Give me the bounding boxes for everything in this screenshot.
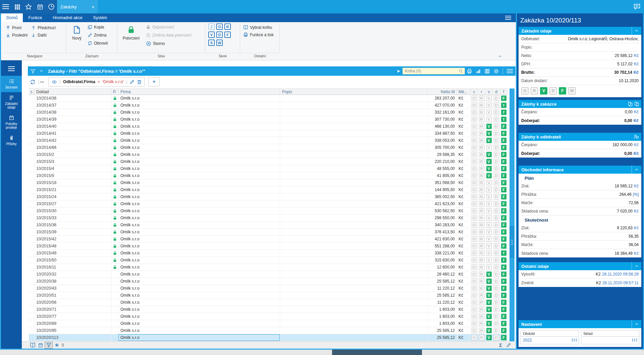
skok-z-button[interactable]: Z: [208, 23, 215, 30]
favorites-button[interactable]: [23, 0, 34, 13]
column-header-v[interactable]: v: [485, 89, 493, 95]
table-row[interactable]: 10/2015/36Omilk s.r.o340 283,00KčORVDF: [29, 222, 507, 229]
sidebar-menu-button[interactable]: [1, 60, 22, 76]
settings-button[interactable]: [493, 68, 499, 74]
table-row[interactable]: 10/2014/40Omilk s.r.o466 130,00KčORVDF: [29, 123, 507, 130]
copy-button[interactable]: Kopie: [88, 25, 104, 29]
table-row[interactable]: 10/2014/38Omilk s.r.o332 161,00KčORVDf: [29, 109, 507, 116]
warehouse-input[interactable]: [581, 337, 639, 344]
table-row[interactable]: 10/2015/21Omilk s.r.o144 905,50KčORVDF: [29, 186, 507, 193]
table-row[interactable]: 10/2014/42Omilk s.r.o338 053,00KčORVDF: [29, 137, 507, 144]
table-row[interactable]: 10/2015/2Omilk s.r.o29 588,35KčORVDF: [29, 151, 507, 158]
sidebar-item-prilohy[interactable]: Přílohy: [1, 132, 22, 149]
collapse-section-button[interactable]: [632, 262, 641, 270]
calendar-button[interactable]: [34, 0, 46, 13]
next-button[interactable]: Další: [31, 33, 47, 38]
collapse-section-button[interactable]: [632, 166, 641, 174]
chat-button[interactable]: [633, 3, 641, 10]
print-button[interactable]: [467, 68, 472, 74]
column-header-m[interactable]: Mě...: [457, 89, 471, 95]
table-row[interactable]: 10/2020/56Omilk s.r.o11 220,12KčORVDF: [29, 299, 507, 306]
sidebar-item-zakladni-udaje[interactable]: Základní údaje: [1, 92, 22, 112]
expand-book-button[interactable]: [396, 69, 401, 73]
collapse-section-button[interactable]: [632, 320, 641, 328]
lookup-dots-icon[interactable]: [571, 338, 577, 342]
column-header-nettom[interactable]: Netto M: [428, 89, 457, 95]
skok-r-button[interactable]: R: [224, 23, 231, 30]
edit-pencil-icon[interactable]: [506, 343, 511, 348]
table-row[interactable]: 10/2015/42Omilk s.r.o421 630,00KčORVDF: [29, 236, 507, 243]
functions-print-button[interactable]: Funkce a tisk: [243, 32, 274, 37]
sum-button[interactable]: Σ: [499, 342, 502, 348]
table-row[interactable]: 10/2015/50Omilk s.r.o315 830,00KčORVDf: [29, 257, 507, 264]
ribbon-menu-button[interactable]: [505, 13, 516, 22]
skok-s-button[interactable]: S: [208, 40, 215, 46]
storno-button[interactable]: Storno: [146, 41, 165, 46]
wildcard-button[interactable]: [53, 342, 61, 349]
column-header-doklad[interactable]: Doklad: [34, 89, 111, 95]
chart-button[interactable]: [476, 68, 481, 74]
table-row[interactable]: 10/2015/18Omilk s.r.o351 068,50KčORVDF: [29, 179, 507, 186]
grid-menu-button[interactable]: [507, 68, 513, 74]
filter-condition-chip[interactable]: | Odběratel.Firma = 'Omilk s.r.o' |: [48, 77, 145, 86]
new-button[interactable]: Nový: [69, 25, 84, 41]
column-header-d[interactable]: d: [493, 89, 500, 95]
column-header-p[interactable]: P.: [111, 89, 118, 95]
main-menu-button[interactable]: [0, 0, 11, 13]
filter-funnel-button[interactable]: [31, 69, 36, 74]
lookup-dots-icon[interactable]: [632, 338, 638, 342]
column-header-s[interactable]: s: [29, 89, 34, 95]
column-header-r[interactable]: r: [478, 89, 485, 95]
table-row[interactable]: 10/2020/51Omilk s.r.o25 585,12KčORVDF: [29, 292, 507, 299]
table-row[interactable]: 10/2014/41Omilk s.r.o334 887,50KčORVDF: [29, 130, 507, 137]
filter-collapse-button[interactable]: [39, 69, 44, 73]
first-button[interactable]: První: [6, 25, 21, 30]
period-input[interactable]: [521, 337, 579, 344]
column-header-c[interactable]: c: [471, 89, 478, 95]
book-search-input[interactable]: [402, 68, 465, 74]
skok-o-button[interactable]: O: [216, 23, 223, 30]
pencil-icon[interactable]: [129, 79, 135, 84]
table-row[interactable]: 10/2020/95Omilk s.r.o25 585,12KčORVDF: [29, 327, 507, 334]
customer-doc-button[interactable]: [633, 134, 641, 139]
table-row[interactable]: 10/2015/39Omilk s.r.o376 413,50KčORVDF: [29, 229, 507, 236]
table-row[interactable]: 10/2016/11Omilk s.r.o12 600,00KčORVDF: [29, 264, 507, 271]
ribbon-tab-funkce[interactable]: Funkce: [23, 13, 47, 22]
table-row[interactable]: 10/2015/3Omilk s.r.o220 210,00KčORVDF: [29, 158, 507, 165]
column-header-popis[interactable]: Popis: [280, 89, 428, 95]
archive-view-button[interactable]: [37, 342, 45, 349]
table-row[interactable]: 10/2014/39Omilk s.r.o307 730,00KčORVDf: [29, 116, 507, 123]
table-row[interactable]: 10/2015/24Omilk s.r.o385 002,50KčORVDF: [29, 193, 507, 200]
ribbon-tab-domu[interactable]: Domů: [1, 13, 23, 22]
table-row[interactable]: 10/2020/38Omilk s.r.o25 585,12KčORVDF: [29, 278, 507, 285]
document-tab[interactable]: Zakázky ×: [57, 0, 98, 13]
collapse-section-button[interactable]: [632, 27, 641, 35]
table-scrollbar[interactable]: [509, 88, 515, 341]
table-row[interactable]: 10/2020/43Omilk s.r.o11 220,12KčORVDF: [29, 285, 507, 292]
ribbon-tab-hromadne-akce[interactable]: Hromadné akce: [47, 13, 88, 22]
eye-icon[interactable]: [51, 79, 57, 84]
close-icon[interactable]: ×: [92, 4, 95, 10]
skok-d-button[interactable]: D: [216, 32, 223, 38]
table-row[interactable]: 10/2014/66Omilk s.r.o305 700,00KčORVDF: [29, 144, 507, 151]
dashboard-button[interactable]: [46, 0, 57, 13]
book-view-button[interactable]: [29, 342, 37, 349]
more-button[interactable]: ⋯: [40, 79, 45, 84]
sidebar-item-polozky-prodeje[interactable]: Položky prodeje: [1, 112, 22, 132]
filter-toggle-button[interactable]: [45, 342, 53, 349]
table-row[interactable]: 10/2020/113Omilk s.r.o25 585,12KčORVDF: [29, 334, 507, 341]
scrollbar-thumb[interactable]: [509, 226, 515, 258]
table-row[interactable]: 10/2015/48Omilk s.r.o551 288,00KčORVDF: [29, 243, 507, 250]
collapse-ribbon-button[interactable]: [497, 54, 502, 59]
trash-icon[interactable]: [137, 79, 142, 84]
apps-button[interactable]: [11, 0, 23, 13]
skok-f-button[interactable]: F: [224, 32, 231, 38]
change-button[interactable]: Změna: [88, 33, 106, 38]
taskbar-window-indicator[interactable]: [332, 350, 422, 355]
column-header-f[interactable]: f: [500, 89, 507, 95]
table-row[interactable]: 10/2015/30Omilk s.r.o530 582,50KčORVDF: [29, 208, 507, 215]
table-row[interactable]: 10/2014/36Omilk s.r.o263 207,00KčORVDF: [29, 95, 507, 102]
refresh-button[interactable]: Obnovit: [88, 41, 108, 46]
refresh-filter-button[interactable]: [30, 79, 36, 85]
skok-w-button[interactable]: W: [216, 40, 223, 46]
